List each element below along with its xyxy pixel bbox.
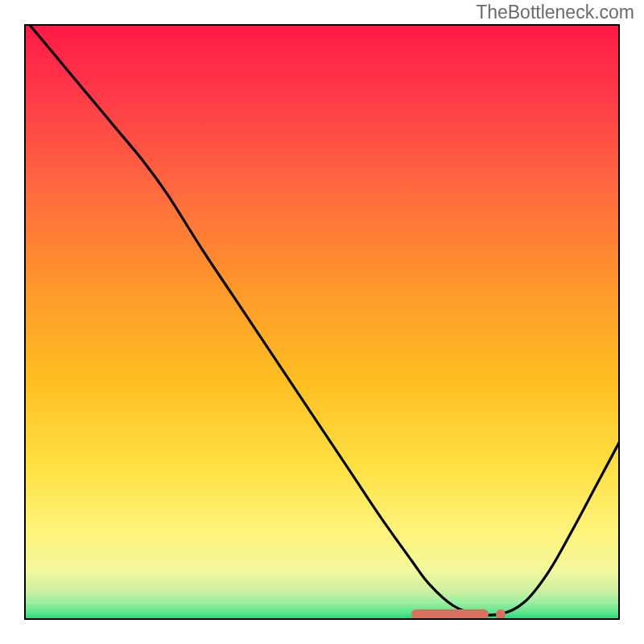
gradient-background xyxy=(24,24,620,620)
optimal-point-marker xyxy=(496,609,506,619)
chart-svg xyxy=(24,24,620,620)
watermark-text: TheBottleneck.com xyxy=(476,2,634,23)
optimal-range-marker xyxy=(411,609,489,619)
plot-area xyxy=(24,24,620,620)
